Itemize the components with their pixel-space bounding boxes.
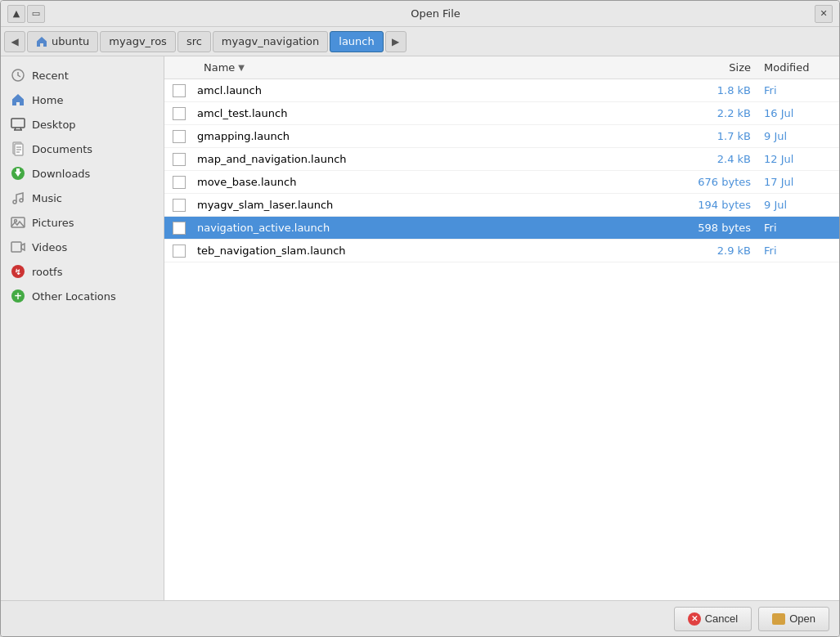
file-icon-cell bbox=[164, 195, 194, 215]
table-row[interactable]: map_and_navigation.launch 2.4 kB 12 Jul bbox=[164, 148, 839, 171]
sidebar-item-downloads[interactable]: Downloads bbox=[1, 161, 164, 186]
clock-icon bbox=[11, 68, 25, 83]
open-folder-icon bbox=[772, 613, 785, 625]
table-row[interactable]: amcl_test.launch 2.2 kB 16 Jul bbox=[164, 102, 839, 125]
sidebar-videos-label: Videos bbox=[32, 241, 67, 253]
file-size: 2.2 kB bbox=[676, 102, 757, 124]
column-size-header[interactable]: Size bbox=[676, 56, 757, 79]
breadcrumb-myagv-navigation[interactable]: myagv_navigation bbox=[213, 31, 328, 52]
home-sidebar-icon bbox=[11, 92, 25, 107]
svg-rect-17 bbox=[11, 242, 21, 252]
breadcrumb-launch[interactable]: launch bbox=[330, 31, 383, 52]
sidebar-downloads-label: Downloads bbox=[32, 168, 90, 180]
svg-text:+: + bbox=[14, 290, 22, 302]
table-row[interactable]: teb_navigation_slam.launch 2.9 kB Fri bbox=[164, 240, 839, 262]
file-modified: Fri bbox=[757, 79, 839, 101]
window-title: Open File bbox=[56, 7, 815, 20]
column-name-header[interactable]: Name ▼ bbox=[194, 56, 676, 79]
file-size: 598 bytes bbox=[676, 217, 757, 239]
sidebar-item-home[interactable]: Home bbox=[1, 87, 164, 112]
open-file-dialog: ▲ ▭ Open File ✕ ◀ ubuntu myagv_ros src bbox=[0, 0, 840, 637]
sidebar-documents-label: Documents bbox=[32, 143, 92, 155]
file-name: navigation_active.launch bbox=[194, 217, 676, 239]
table-row[interactable]: move_base.launch 676 bytes 17 Jul bbox=[164, 171, 839, 194]
file-icon-cell bbox=[164, 173, 194, 192]
documents-icon bbox=[11, 141, 25, 156]
file-modified: 16 Jul bbox=[757, 102, 839, 124]
music-icon bbox=[11, 191, 25, 205]
breadcrumb-ubuntu[interactable]: ubuntu bbox=[27, 31, 98, 52]
svg-marker-18 bbox=[21, 244, 25, 250]
file-icon-cell bbox=[164, 218, 194, 238]
forward-button[interactable]: ▶ bbox=[385, 31, 407, 52]
file-icon-cell bbox=[164, 81, 194, 101]
table-row[interactable]: navigation_active.launch 598 bytes Fri bbox=[164, 217, 839, 240]
breadcrumb-bar: ◀ ubuntu myagv_ros src myagv_navigation … bbox=[1, 27, 839, 56]
titlebar: ▲ ▭ Open File ✕ bbox=[1, 1, 839, 27]
sidebar-item-other-locations[interactable]: + Other Locations bbox=[1, 284, 164, 308]
table-row[interactable]: gmapping.launch 1.7 kB 9 Jul bbox=[164, 125, 839, 148]
file-list: amcl.launch 1.8 kB Fri amcl_test.launch … bbox=[164, 79, 839, 600]
back-button[interactable]: ◀ bbox=[4, 31, 25, 52]
file-type-icon bbox=[173, 130, 186, 143]
sidebar-item-recent[interactable]: Recent bbox=[1, 63, 164, 87]
sidebar-other-label: Other Locations bbox=[32, 290, 116, 303]
maximize-icon: ▭ bbox=[32, 8, 40, 19]
cancel-button[interactable]: ✕ Cancel bbox=[674, 607, 752, 631]
sidebar-item-rootfs[interactable]: ↯ rootfs bbox=[1, 259, 164, 284]
sidebar-item-documents[interactable]: Documents bbox=[1, 137, 164, 161]
breadcrumb-ubuntu-label: ubuntu bbox=[52, 35, 89, 47]
downloads-icon bbox=[11, 166, 25, 181]
file-size: 194 bytes bbox=[676, 194, 757, 216]
sidebar-item-music[interactable]: Music bbox=[1, 186, 164, 210]
cancel-label: Cancel bbox=[705, 612, 738, 625]
sidebar-music-label: Music bbox=[32, 192, 62, 204]
file-icon-cell bbox=[164, 241, 194, 261]
titlebar-right-controls: ✕ bbox=[815, 5, 833, 23]
file-size: 1.7 kB bbox=[676, 125, 757, 147]
table-row[interactable]: amcl.launch 1.8 kB Fri bbox=[164, 79, 839, 102]
other-locations-icon: + bbox=[11, 289, 25, 303]
file-icon-cell bbox=[164, 104, 194, 123]
file-type-icon bbox=[173, 244, 186, 258]
file-name: move_base.launch bbox=[194, 171, 676, 193]
breadcrumb-src[interactable]: src bbox=[177, 31, 211, 52]
column-modified-label: Modified bbox=[764, 61, 809, 74]
file-size: 2.4 kB bbox=[676, 148, 757, 170]
videos-icon bbox=[11, 240, 25, 254]
sidebar-desktop-label: Desktop bbox=[32, 119, 76, 131]
sidebar-rootfs-label: rootfs bbox=[32, 266, 62, 278]
file-type-icon bbox=[173, 84, 186, 97]
svg-point-14 bbox=[20, 199, 23, 202]
open-button[interactable]: Open bbox=[758, 607, 829, 631]
main-area: Recent Home bbox=[1, 56, 839, 600]
file-name: amcl.launch bbox=[194, 79, 676, 101]
minimize-button[interactable]: ▲ bbox=[7, 5, 25, 23]
table-row[interactable]: myagv_slam_laser.launch 194 bytes 9 Jul bbox=[164, 194, 839, 217]
close-button[interactable]: ✕ bbox=[815, 5, 833, 23]
minimize-icon: ▲ bbox=[13, 8, 20, 19]
svg-point-13 bbox=[13, 200, 16, 204]
file-type-icon bbox=[173, 107, 186, 120]
forward-icon: ▶ bbox=[392, 36, 399, 47]
open-label: Open bbox=[789, 612, 815, 625]
close-icon: ✕ bbox=[820, 8, 827, 19]
maximize-button[interactable]: ▭ bbox=[27, 5, 45, 23]
breadcrumb-src-label: src bbox=[186, 35, 202, 47]
file-type-icon bbox=[173, 153, 186, 166]
sidebar: Recent Home bbox=[1, 56, 164, 600]
svg-text:↯: ↯ bbox=[15, 267, 21, 276]
file-name: myagv_slam_laser.launch bbox=[194, 194, 676, 216]
sidebar-item-pictures[interactable]: Pictures bbox=[1, 210, 164, 235]
file-modified: Fri bbox=[757, 217, 839, 239]
breadcrumb-myagv-navigation-label: myagv_navigation bbox=[222, 35, 319, 47]
breadcrumb-myagv-ros[interactable]: myagv_ros bbox=[100, 31, 176, 52]
sidebar-item-videos[interactable]: Videos bbox=[1, 235, 164, 259]
titlebar-left-controls: ▲ ▭ bbox=[7, 5, 56, 23]
sidebar-item-desktop[interactable]: Desktop bbox=[1, 112, 164, 137]
file-size: 1.8 kB bbox=[676, 79, 757, 101]
svg-rect-12 bbox=[16, 168, 20, 173]
breadcrumb-myagv-ros-label: myagv_ros bbox=[109, 35, 167, 47]
file-size: 2.9 kB bbox=[676, 240, 757, 262]
column-modified-header[interactable]: Modified bbox=[757, 56, 839, 79]
